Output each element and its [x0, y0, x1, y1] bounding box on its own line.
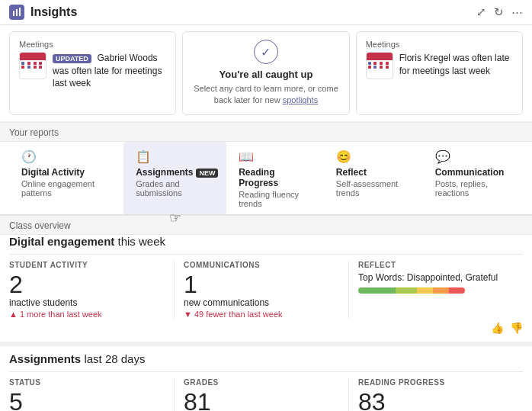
- assignments-section: Assignments last 28 days STATUS 5 missed…: [0, 342, 532, 411]
- student-activity-desc: inactive students: [9, 297, 165, 308]
- card-1-desc: UPDATED Gabriel Woods was often late for…: [53, 52, 166, 90]
- card-1-text: UPDATED Gabriel Woods was often late for…: [53, 52, 166, 90]
- engagement-metrics: STUDENT ACTIVITY 2 inactive students ▲ 1…: [9, 254, 523, 319]
- assignments-grades-block: GRADES 81 average grade: [174, 378, 348, 411]
- tab-assignments[interactable]: 📋 AssignmentsNEW Grades and submissions …: [123, 142, 226, 214]
- expand-icon[interactable]: ⤢: [476, 5, 486, 19]
- reflect-top-words: Top Words: Disappointed, Grateful: [358, 272, 514, 283]
- caught-up-desc: Select any card to learn more, or come b…: [192, 83, 339, 107]
- checkmark-icon: ✓: [254, 40, 278, 64]
- assignments-status-number: 5: [9, 390, 165, 411]
- assignments-reading-label: READING PROGRESS: [358, 378, 514, 387]
- svg-rect-0: [13, 11, 14, 16]
- card-3-text: Floris Kregel was often late for meeting…: [399, 52, 513, 77]
- app-header: Insights ⤢ ↻ ⋯: [0, 0, 532, 25]
- bar-segment-1: [358, 287, 396, 294]
- assignments-icon: 📋: [136, 149, 151, 164]
- assignments-reading-block: READING PROGRESS 83 average accuracy rat…: [348, 378, 523, 411]
- communications-block: COMMUNICATIONS 1 new communications ▼ 49…: [174, 261, 348, 319]
- reports-label: Your reports: [0, 122, 532, 142]
- svg-rect-2: [19, 8, 21, 16]
- communication-sub: Posts, replies, reactions: [435, 179, 511, 197]
- reflect-icon: 😊: [336, 149, 351, 164]
- bar-segment-4: [433, 287, 449, 294]
- assignments-reading-number: 83: [358, 390, 514, 411]
- spotlight-cards: Meetings UPDATED Gabriel Woods was often…: [9, 31, 523, 115]
- reading-progress-icon: 📖: [239, 149, 254, 164]
- reading-progress-name: Reading Progress: [239, 167, 312, 188]
- reports-tabs: 🕐 Digital Activity Online engagement pat…: [0, 142, 532, 215]
- class-overview-label: Class overview: [0, 215, 532, 235]
- header-left: Insights: [9, 5, 77, 20]
- student-activity-number: 2: [9, 272, 165, 297]
- spotlight-section: Meetings UPDATED Gabriel Woods was often…: [0, 25, 532, 122]
- engagement-feedback: 👍 👎: [9, 319, 523, 334]
- communications-change: ▼ 49 fewer than last week: [184, 310, 339, 319]
- digital-activity-sub: Online engagement patterns: [21, 179, 111, 197]
- spotlight-card-center: ✓ You're all caught up Select any card t…: [182, 31, 349, 115]
- tab-digital-activity[interactable]: 🕐 Digital Activity Online engagement pat…: [9, 142, 123, 214]
- communication-name: Communication: [435, 167, 505, 178]
- reflect-word-bar: [358, 287, 465, 294]
- caught-up-title: You're all caught up: [220, 69, 313, 80]
- spotlights-link[interactable]: spotlights: [283, 95, 318, 104]
- calendar-icon-1: [19, 52, 46, 79]
- card-3-section: Meetings: [366, 40, 513, 49]
- bar-segment-2: [396, 287, 417, 294]
- assignments-status-block: STATUS 5 missed submissions ▲ 4 more tha…: [9, 378, 174, 411]
- card-3-description: Floris Kregel was often late for meeting…: [399, 53, 510, 76]
- assignments-status-label: STATUS: [9, 378, 165, 387]
- card-1-content: UPDATED Gabriel Woods was often late for…: [19, 52, 166, 90]
- spotlight-card-1[interactable]: Meetings UPDATED Gabriel Woods was often…: [9, 31, 176, 115]
- digital-activity-icon: 🕐: [21, 149, 37, 164]
- communications-desc: new communications: [184, 297, 339, 308]
- svg-rect-1: [16, 9, 18, 16]
- refresh-icon[interactable]: ↻: [494, 5, 504, 19]
- assignments-sub: Grades and submissions: [136, 179, 214, 197]
- app-icon: [9, 5, 24, 20]
- reflect-label: REFLECT: [358, 261, 514, 269]
- updated-badge: UPDATED: [53, 54, 91, 63]
- reading-progress-sub: Reading fluency trends: [239, 190, 312, 208]
- more-icon[interactable]: ⋯: [511, 5, 523, 19]
- bar-segment-3: [417, 287, 433, 294]
- tab-reading-progress[interactable]: 📖 Reading Progress Reading fluency trend…: [226, 142, 324, 214]
- header-actions: ⤢ ↻ ⋯: [476, 5, 523, 19]
- assignments-name: AssignmentsNEW: [136, 167, 218, 178]
- assignments-grades-number: 81: [184, 390, 339, 411]
- student-activity-block: STUDENT ACTIVITY 2 inactive students ▲ 1…: [9, 261, 174, 319]
- reflect-name: Reflect: [336, 167, 367, 178]
- digital-engagement-section: Digital engagement this week STUDENT ACT…: [0, 235, 532, 342]
- new-badge: NEW: [196, 169, 218, 178]
- communication-icon: 💬: [435, 149, 450, 164]
- calendar-icon-3: [366, 52, 393, 79]
- reflect-sub: Self-assessment trends: [336, 179, 411, 197]
- cursor-indicator: ☞: [169, 210, 181, 226]
- assignments-grades-label: GRADES: [184, 378, 339, 387]
- spotlight-card-3[interactable]: Meetings Floris Kregel was often late fo…: [356, 31, 523, 115]
- tab-communication[interactable]: 💬 Communication Posts, replies, reaction…: [423, 142, 523, 214]
- communications-label: COMMUNICATIONS: [184, 261, 339, 269]
- tab-reflect[interactable]: 😊 Reflect Self-assessment trends: [324, 142, 423, 214]
- engagement-title: Digital engagement this week: [9, 235, 523, 248]
- student-activity-label: STUDENT ACTIVITY: [9, 261, 165, 269]
- thumbs-up-icon[interactable]: 👍: [491, 322, 504, 334]
- assignments-metrics: STATUS 5 missed submissions ▲ 4 more tha…: [9, 371, 523, 411]
- student-activity-change: ▲ 1 more than last week: [9, 310, 165, 319]
- card-1-section: Meetings: [19, 40, 166, 49]
- digital-activity-name: Digital Activity: [21, 167, 85, 178]
- page-title: Insights: [30, 5, 77, 19]
- assignments-title: Assignments last 28 days: [9, 352, 523, 365]
- thumbs-down-icon[interactable]: 👎: [510, 322, 523, 334]
- reflect-block: REFLECT Top Words: Disappointed, Gratefu…: [348, 261, 523, 319]
- card-3-content: Floris Kregel was often late for meeting…: [366, 52, 513, 79]
- bar-segment-5: [449, 287, 465, 294]
- communications-number: 1: [184, 272, 339, 297]
